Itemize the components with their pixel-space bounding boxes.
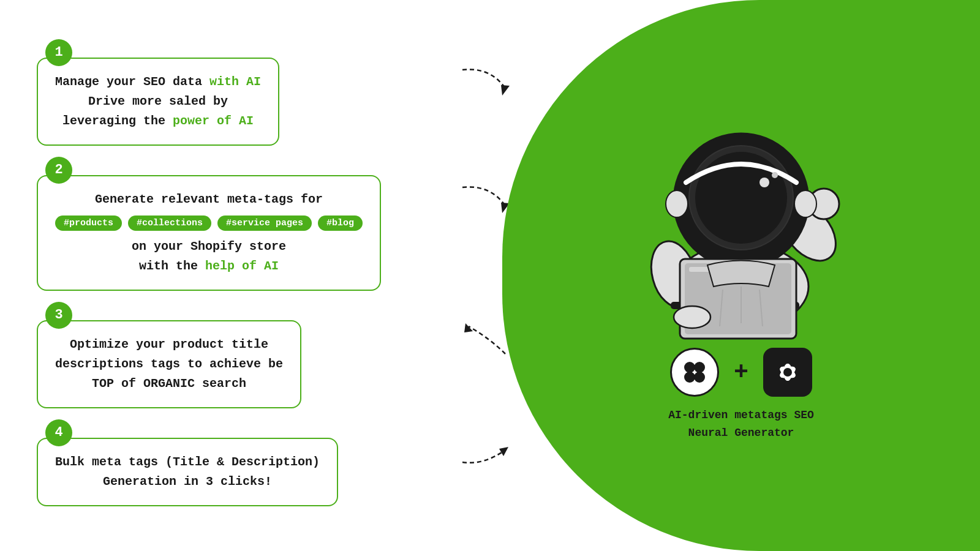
tag-service-pages: #service pages	[217, 216, 312, 231]
arrow-1	[459, 64, 514, 100]
step-3-card-wrapper: 3 Optimize your product title descriptio…	[37, 308, 417, 408]
step-4-card-wrapper: 4 Bulk meta tags (Title & Description) G…	[37, 425, 417, 506]
brand-name: AI-driven metatags SEO Neural Generator	[668, 407, 814, 442]
step-1-card: Manage your SEO data with AI Drive more …	[37, 58, 279, 146]
tag-blog: #blog	[318, 216, 363, 231]
step-3-wrapper: 3 Optimize your product title descriptio…	[37, 308, 466, 408]
svg-point-24	[694, 362, 705, 373]
step-1-line3: leveraging the power of AI	[55, 111, 261, 131]
robot-svg	[612, 109, 870, 342]
step-2-line1: Generate relevant meta-tags for	[55, 190, 363, 209]
svg-point-12	[794, 190, 816, 217]
step-4-line1: Bulk meta tags (Title & Description)	[55, 452, 320, 472]
step-3-line1: Optimize your product title	[55, 335, 283, 354]
svg-point-21	[760, 178, 769, 187]
svg-point-11	[666, 190, 688, 217]
step-2-green: help of AI	[205, 259, 279, 273]
svg-point-25	[684, 372, 695, 383]
arrow-4	[459, 432, 514, 468]
step-3-number: 3	[45, 302, 72, 329]
step-4-line2: Generation in 3 clicks!	[55, 472, 320, 492]
step-1-card-wrapper: 1 Manage your SEO data with AI Drive mor…	[37, 45, 417, 146]
step-2-line2: on your Shopify store	[55, 237, 363, 257]
step-2-tags: #products #collections #service pages #b…	[55, 216, 363, 231]
step-1-line1: Manage your SEO data with AI	[55, 72, 261, 92]
step-4-card: Bulk meta tags (Title & Description) Gen…	[37, 438, 338, 506]
svg-marker-0	[501, 85, 510, 96]
step-2-card-wrapper: 2 Generate relevant meta-tags for #produ…	[37, 163, 417, 291]
svg-point-17	[674, 306, 710, 328]
step-2-line3: with the help of AI	[55, 257, 363, 276]
step-4-wrapper: 4 Bulk meta tags (Title & Description) G…	[37, 425, 466, 506]
step-1-green1: with AI	[209, 75, 261, 89]
bottom-logos: +	[670, 348, 812, 397]
step-1-line2: Drive more saled by	[55, 92, 261, 111]
svg-point-23	[684, 362, 695, 373]
brand-line2: Neural Generator	[668, 424, 814, 442]
openai-logo	[763, 348, 812, 397]
step-2-number: 2	[45, 157, 72, 184]
svg-point-26	[694, 372, 705, 383]
step-4-number: 4	[45, 419, 72, 446]
tag-collections: #collections	[128, 216, 211, 231]
plus-sign: +	[734, 359, 748, 386]
step-1-wrapper: 1 Manage your SEO data with AI Drive mor…	[37, 45, 466, 146]
step-2-wrapper: 2 Generate relevant meta-tags for #produ…	[37, 163, 466, 291]
brand-line1: AI-driven metatags SEO	[668, 407, 814, 424]
svg-point-22	[772, 172, 778, 178]
tag-products: #products	[55, 216, 122, 231]
svg-point-33	[783, 368, 792, 377]
robot-illustration	[612, 109, 870, 342]
step-3-card: Optimize your product title descriptions…	[37, 320, 301, 408]
svg-marker-3	[499, 447, 508, 456]
svg-marker-2	[464, 323, 473, 332]
right-panel: + AI-driven metatags SEO Neural Generato…	[502, 0, 980, 551]
shopify-logo	[670, 348, 719, 397]
step-2-card: Generate relevant meta-tags for #product…	[37, 175, 381, 291]
step-3-line2: descriptions tags to achieve be	[55, 354, 283, 374]
step-1-green2: power of AI	[173, 114, 254, 128]
step-3-line3: TOP of ORGANIC search	[55, 374, 283, 394]
left-panel: 1 Manage your SEO data with AI Drive mor…	[0, 0, 502, 551]
step-1-number: 1	[45, 39, 72, 66]
